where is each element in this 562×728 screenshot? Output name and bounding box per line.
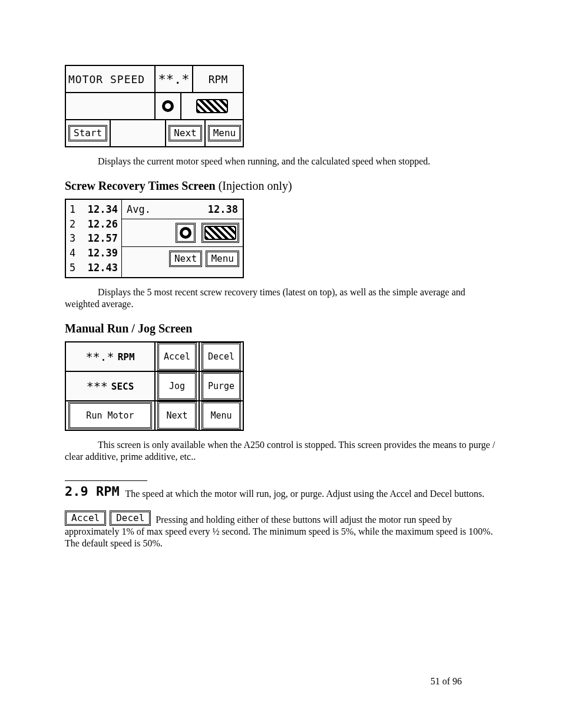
jog-button[interactable]: Jog [157,372,197,400]
avg-value: 12.38 [208,203,238,215]
motor-speed-unit: RPM [193,66,243,92]
list-item: 4 12.39 [70,246,118,261]
menu-button-cell: Menu [206,120,244,146]
gear-icon [162,100,174,112]
motor-speed-label: MOTOR SPEED [66,66,156,92]
jog-secs-readout: *** SECS [66,372,156,400]
heading-bold: Screw Recovery Times Screen [65,179,219,192]
list-item: 1 12.34 [70,202,118,217]
motor-speed-panel: MOTOR SPEED **.* RPM Start Next Menu [65,65,244,147]
motor-speed-value: **.* [156,66,193,92]
jog-heading: Manual Run / Jog Screen [65,322,497,335]
jog-rpm-readout: **.* RPM [66,342,156,371]
screw-recovery-heading: Screw Recovery Times Screen (Injection o… [65,179,497,193]
list-item: 5 12.43 [70,261,118,275]
spacer [111,120,165,146]
rpm-paragraph: 2.9 RPM The speed at which the motor wil… [65,483,497,500]
next-button[interactable]: Next [157,401,197,430]
avg-label: Avg. [127,203,151,215]
contrast-button[interactable] [181,93,243,119]
run-motor-button[interactable]: Run Motor [68,402,152,429]
jog-rpm-value: **.* [85,350,114,364]
next-button-cell: Next [165,120,206,146]
contrast-button[interactable] [201,223,239,243]
list-item: 3 12.57 [70,231,118,246]
screw-recovery-panel: 1 12.34 2 12.26 3 12.57 4 12.39 5 12.43 … [65,199,244,278]
next-button[interactable]: Next [168,125,202,141]
decel-button[interactable]: Decel [201,342,241,371]
purge-button[interactable]: Purge [201,372,241,400]
recovery-right: Avg. 12.38 Next Menu [122,200,243,277]
settings-button[interactable] [156,93,181,119]
heading-qualifier: (Injection only) [219,179,292,192]
decel-button[interactable]: Decel [110,510,151,526]
jog-caption: This screen is only available when the A… [65,439,497,463]
recovery-icons [122,219,243,246]
menu-button[interactable]: Menu [208,125,242,141]
settings-button[interactable] [176,223,196,243]
recovery-buttons: Next Menu [122,246,243,271]
menu-button[interactable]: Menu [201,401,241,430]
start-button-cell: Start [66,120,111,146]
inline-accel-decel: Accel Decel [65,510,151,526]
accel-button[interactable]: Accel [65,510,106,526]
blank-cell [66,93,156,119]
rpm-paragraph-text: The speed at which the motor will run, j… [125,489,484,499]
start-button[interactable]: Start [68,125,107,141]
menu-button[interactable]: Menu [206,251,239,267]
hatch-icon [196,99,228,113]
jog-rpm-unit: RPM [118,351,135,363]
divider [65,480,147,481]
jog-secs-unit: SECS [111,381,134,392]
recovery-caption: Displays the 5 most recent screw recover… [65,286,497,310]
accel-decel-paragraph: Accel Decel Pressing and holding either … [65,510,497,549]
list-item: 2 12.26 [70,217,118,232]
recovery-average: Avg. 12.38 [122,200,243,219]
page-number: 51 of 96 [431,676,462,687]
rpm-callout: 2.9 RPM [65,483,120,500]
accel-button[interactable]: Accel [157,342,197,371]
gear-icon [180,227,191,239]
recovery-list: 1 12.34 2 12.26 3 12.57 4 12.39 5 12.43 [66,200,122,277]
jog-panel: **.* RPM Accel Decel *** SECS Jog Purge … [65,341,244,431]
jog-secs-value: *** [87,379,108,393]
next-button[interactable]: Next [169,251,203,267]
hatch-icon [204,226,236,240]
motor-caption: Displays the current motor speed when ru… [65,156,497,167]
